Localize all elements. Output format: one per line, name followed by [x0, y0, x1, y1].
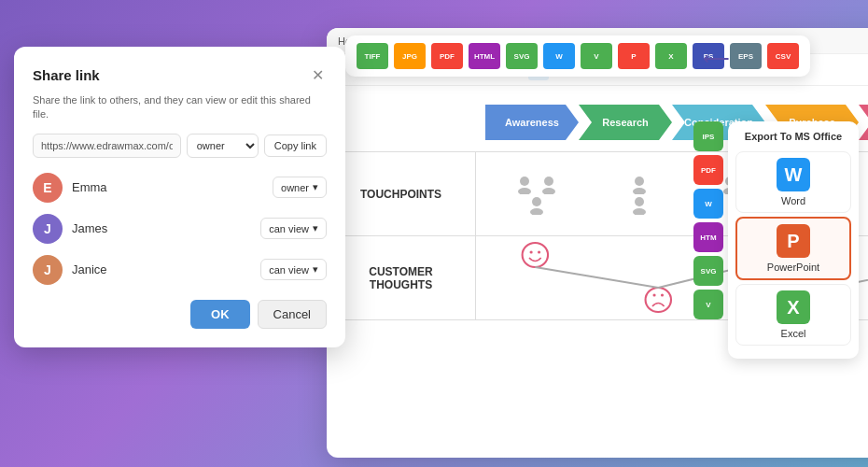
cancel-button[interactable]: Cancel	[258, 300, 327, 329]
stage-research[interactable]: Research	[579, 105, 672, 140]
touchpoints-label: TOUCHPOINTS	[360, 188, 441, 201]
dialog-title: Share link	[33, 67, 100, 83]
user-james-row: J James can view ▾	[33, 214, 327, 244]
close-button[interactable]: ✕	[308, 65, 327, 84]
user-janice-name: Janice	[72, 262, 260, 276]
chevron-down-icon: ▾	[313, 181, 318, 193]
owner-select[interactable]: owner can view can edit	[187, 134, 259, 158]
link-row: owner can view can edit Copy link	[33, 134, 327, 158]
user-janice-row: J Janice can view ▾	[33, 255, 327, 285]
export-ppt-icon: P	[777, 224, 810, 258]
svg-point-6	[635, 177, 644, 186]
export-excel-label: Excel	[781, 328, 806, 339]
format-eps[interactable]: EPS	[730, 43, 762, 69]
export-word-icon: W	[777, 158, 810, 191]
left-icon-ips[interactable]: IPS	[693, 121, 723, 151]
left-export-icons: IPS PDF W HTM SVG V	[693, 121, 723, 319]
svg-point-7	[633, 188, 646, 194]
export-ppt-label: PowerPoint	[767, 262, 819, 273]
svg-point-9	[633, 208, 646, 215]
user-james-role[interactable]: can view ▾	[260, 218, 327, 239]
format-visio[interactable]: V	[581, 43, 612, 69]
svg-point-8	[635, 197, 644, 206]
svg-point-0	[520, 177, 529, 186]
left-icon-svg[interactable]: SVG	[693, 256, 723, 286]
svg-point-3	[542, 188, 555, 194]
export-panel-title: Export To MS Office	[735, 131, 851, 142]
avatar-janice: J	[33, 255, 63, 285]
format-svg[interactable]: SVG	[506, 43, 538, 69]
format-html[interactable]: HTML	[469, 43, 500, 69]
format-ppt[interactable]: P	[618, 43, 650, 69]
export-word-label: Word	[781, 195, 805, 206]
svg-point-4	[532, 197, 541, 206]
person-icon	[629, 174, 650, 194]
format-pdf[interactable]: PDF	[431, 43, 463, 69]
svg-point-29	[646, 288, 671, 312]
link-input[interactable]	[33, 134, 181, 158]
user-janice-role[interactable]: can view ▾	[260, 259, 327, 280]
person-icon	[526, 194, 547, 215]
svg-point-28	[538, 251, 540, 254]
svg-point-27	[530, 251, 533, 254]
chevron-down-icon: ▾	[313, 222, 318, 234]
user-james-name: James	[72, 221, 260, 235]
avatar-emma: E	[33, 173, 63, 203]
user-emma-role[interactable]: owner ▾	[273, 177, 327, 198]
emma-role-text: owner	[281, 182, 309, 193]
thoughts-header: CUSTOMER THOUGHTS	[327, 236, 476, 319]
format-toolbar: TIFF JPG PDF HTML SVG W V P X PS EPS CSV	[345, 35, 810, 77]
svg-point-30	[652, 294, 655, 297]
chevron-down-icon: ▾	[313, 263, 318, 276]
toolbar-arrow: ⟵	[703, 47, 730, 69]
dialog-actions: OK Cancel	[33, 300, 327, 329]
svg-point-31	[661, 294, 664, 297]
svg-point-1	[518, 188, 531, 194]
left-icon-pdf[interactable]: PDF	[693, 155, 723, 185]
format-excel[interactable]: X	[655, 43, 687, 69]
thoughts-label: CUSTOMER THOUGHTS	[369, 265, 432, 291]
export-excel-icon: X	[777, 290, 810, 324]
format-tiff[interactable]: TIFF	[357, 43, 388, 69]
export-powerpoint-item[interactable]: P PowerPoint	[735, 217, 851, 280]
left-icon-html[interactable]: HTM	[693, 222, 723, 252]
export-word-item[interactable]: W Word	[735, 151, 851, 213]
export-excel-item[interactable]: X Excel	[735, 284, 851, 346]
format-word[interactable]: W	[543, 43, 575, 69]
format-jpg[interactable]: JPG	[394, 43, 426, 69]
avatar-james: J	[33, 214, 63, 244]
svg-point-26	[523, 243, 548, 267]
left-icon-word[interactable]: W	[693, 189, 723, 219]
person-icon	[629, 194, 650, 215]
export-panel: Export To MS Office W Word P PowerPoint …	[728, 121, 859, 359]
stage-awareness[interactable]: Awareness	[485, 105, 579, 140]
user-emma-name: Emma	[72, 180, 273, 194]
ok-button[interactable]: OK	[190, 300, 250, 329]
copy-link-button[interactable]: Copy link	[264, 134, 327, 157]
stage-support[interactable]: Support	[859, 105, 868, 140]
dialog-header: Share link ✕	[33, 65, 327, 84]
person-group-2	[629, 174, 650, 215]
dialog-description: Share the link to others, and they can v…	[33, 93, 327, 122]
person-icon	[514, 174, 535, 194]
left-icon-visio[interactable]: V	[693, 290, 723, 319]
person-group-1	[514, 174, 559, 215]
janice-role-text: can view	[269, 264, 309, 276]
svg-point-5	[530, 208, 543, 215]
user-emma-row: E Emma owner ▾	[33, 173, 327, 203]
svg-point-2	[544, 177, 553, 186]
touchpoints-header: TOUCHPOINTS	[327, 152, 476, 235]
james-role-text: can view	[269, 223, 309, 234]
person-icon	[539, 174, 559, 194]
share-link-dialog: Share link ✕ Share the link to others, a…	[14, 47, 345, 347]
format-csv[interactable]: CSV	[767, 43, 799, 69]
